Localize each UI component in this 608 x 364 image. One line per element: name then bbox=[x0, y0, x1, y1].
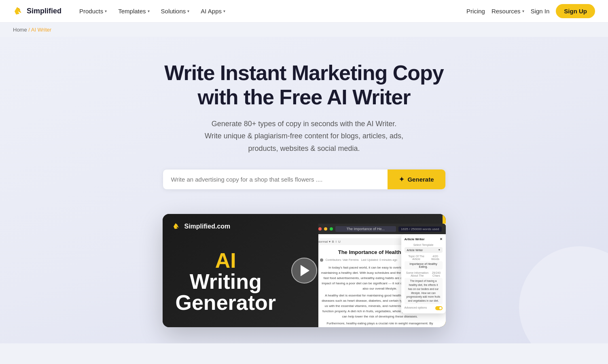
editor-dot-red bbox=[318, 227, 322, 231]
info-count: 29/240 Chars bbox=[430, 271, 442, 277]
generate-button-label: Generate bbox=[407, 176, 434, 183]
info-text: The impact of having a healthy diet, the… bbox=[405, 278, 443, 304]
nav-resources[interactable]: Resources ▾ bbox=[491, 8, 524, 15]
play-triangle-icon bbox=[301, 265, 309, 276]
search-bar: ✦ Generate bbox=[163, 169, 446, 190]
navigation: Simplified Products ▾ Templates ▾ Soluti… bbox=[0, 0, 608, 23]
advanced-label: Advanced options bbox=[405, 306, 427, 309]
chevron-down-icon: ▾ bbox=[148, 9, 150, 13]
nav-products-label: Products bbox=[79, 8, 103, 15]
select-template-value: Article Writer bbox=[407, 249, 423, 252]
editor-dot-green bbox=[330, 227, 333, 231]
nav-item-aiapps[interactable]: AI Apps ▾ bbox=[196, 4, 230, 18]
chevron-down-icon: ▾ bbox=[439, 248, 440, 252]
advanced-options-toggle[interactable] bbox=[435, 306, 443, 310]
logo-icon bbox=[13, 6, 24, 17]
play-button[interactable] bbox=[291, 258, 317, 284]
video-logo-text: Simplified.com bbox=[184, 223, 231, 230]
hero-title: Write Instant Marketing Copy with the Fr… bbox=[150, 61, 458, 110]
meta-time-text: Last Updated: 0 minutes ago bbox=[361, 258, 397, 262]
select-template-label: Select Template bbox=[405, 243, 443, 246]
panel-close-icon[interactable]: ✕ bbox=[440, 237, 443, 241]
chevron-down-icon: ▾ bbox=[522, 9, 524, 13]
editor-avatar bbox=[320, 258, 323, 262]
nav-signin[interactable]: Sign In bbox=[531, 8, 550, 15]
nav-item-templates[interactable]: Templates ▾ bbox=[113, 4, 154, 18]
topic-value: Importance of Healthy Eating. bbox=[405, 261, 443, 269]
chevron-down-icon: ▾ bbox=[187, 9, 189, 13]
video-text-block: AI Writing Generator bbox=[176, 250, 276, 313]
nav-pricing[interactable]: Pricing bbox=[466, 8, 485, 15]
nav-templates-label: Templates bbox=[118, 8, 146, 15]
video-editor-area: The Importance of He... 1635 / 250000 wo… bbox=[318, 214, 446, 327]
info-header: Some Information About The 29/240 Chars bbox=[405, 271, 443, 278]
video-generator-text: Generator bbox=[176, 292, 276, 313]
video-ai-text: AI bbox=[176, 250, 276, 271]
topic-label: Topic Of The Article bbox=[405, 255, 428, 260]
nav-item-solutions[interactable]: Solutions ▾ bbox=[156, 4, 195, 18]
editor-title-bar: The Importance of He... bbox=[335, 226, 396, 232]
breadcrumb-home[interactable]: Home bbox=[13, 27, 27, 33]
nav-aiapps-label: AI Apps bbox=[201, 8, 222, 15]
hero-subtitle-line2: Write unique & plagiarism-free content f… bbox=[205, 132, 403, 140]
panel-header: Article Writer ✕ bbox=[405, 237, 443, 241]
breadcrumb-current: AI Writer bbox=[31, 27, 51, 33]
advanced-options-row: Advanced options bbox=[405, 306, 443, 310]
logo-text: Simplified bbox=[27, 7, 61, 15]
nav-links: Products ▾ Templates ▾ Solutions ▾ AI Ap… bbox=[74, 4, 466, 18]
body-text-3: Furthermore, healthy eating plays a cruc… bbox=[320, 321, 440, 327]
hero-subtitle-line3: products, websites & social media. bbox=[248, 144, 360, 152]
video-logo-icon bbox=[172, 222, 181, 231]
hero-subtitle-line1: Generate 80+ types of copy in seconds wi… bbox=[212, 120, 396, 128]
breadcrumb: Home / AI Writer bbox=[0, 23, 608, 37]
video-writing-text: Writing bbox=[176, 271, 276, 292]
video-section: Simplified.com AI Writing Generator bbox=[163, 214, 446, 327]
chevron-down-icon: ▾ bbox=[105, 9, 107, 13]
nav-signup-button[interactable]: Sign Up bbox=[556, 4, 595, 18]
nav-resources-label: Resources bbox=[491, 8, 521, 15]
video-background: Simplified.com AI Writing Generator bbox=[163, 214, 446, 327]
generate-icon: ✦ bbox=[399, 176, 404, 183]
nav-right: Pricing Resources ▾ Sign In Sign Up bbox=[466, 4, 595, 18]
chevron-down-icon: ▾ bbox=[223, 9, 225, 13]
topic-count: 4/20 Words bbox=[428, 255, 443, 260]
hero-subtitle: Generate 80+ types of copy in seconds wi… bbox=[191, 118, 417, 155]
select-template-dropdown[interactable]: Article Writer ▾ bbox=[405, 247, 443, 253]
hero-section: Write Instant Marketing Copy with the Fr… bbox=[0, 37, 608, 343]
generate-button[interactable]: ✦ Generate bbox=[388, 169, 445, 189]
info-label: Some Information About The bbox=[405, 271, 430, 277]
nav-item-products[interactable]: Products ▾ bbox=[74, 4, 112, 18]
panel-title: Article Writer bbox=[405, 237, 425, 241]
editor-progress: 1635 / 250000 words used bbox=[398, 226, 441, 232]
video-logo: Simplified.com bbox=[172, 222, 231, 231]
editor-dot-yellow bbox=[324, 227, 327, 231]
search-input[interactable] bbox=[163, 169, 388, 189]
nav-solutions-label: Solutions bbox=[161, 8, 186, 15]
article-writer-panel: Article Writer ✕ Select Template Article… bbox=[401, 234, 446, 313]
logo[interactable]: Simplified bbox=[13, 6, 61, 17]
topic-header: Topic Of The Article 4/20 Words bbox=[405, 255, 443, 261]
contributors-text: Contributors: Vale Ferreira bbox=[326, 258, 359, 262]
editor-top-bar: The Importance of He... 1635 / 250000 wo… bbox=[318, 224, 446, 234]
